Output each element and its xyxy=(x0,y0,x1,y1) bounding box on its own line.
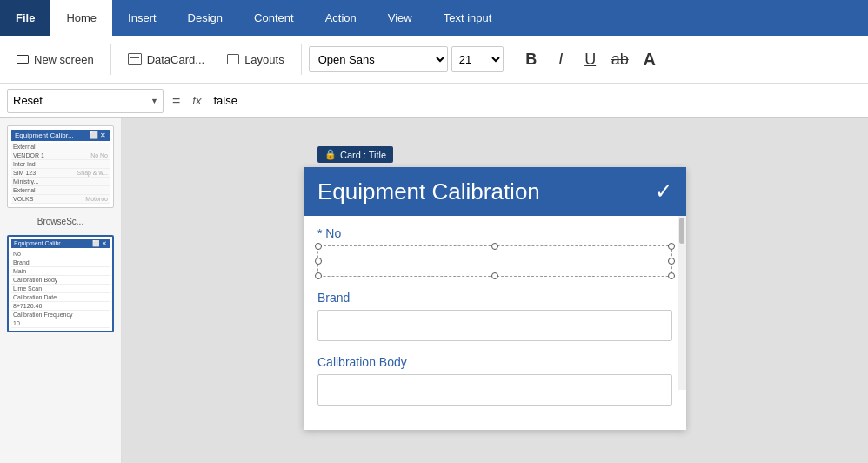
equals-symbol: = xyxy=(169,93,184,109)
menu-item-file[interactable]: File xyxy=(0,0,50,36)
field-label-calibration-body: Calibration Body xyxy=(317,355,672,369)
form-card-body: No Brand xyxy=(304,216,686,430)
menu-item-action[interactable]: Action xyxy=(310,0,372,36)
thumb-row: External xyxy=(11,186,110,195)
strikethrough-button[interactable]: ab xyxy=(607,46,633,72)
layout-icon xyxy=(227,54,239,64)
fx-label: fx xyxy=(189,94,204,107)
menu-item-design[interactable]: Design xyxy=(172,0,238,36)
thumb-row-main: Main xyxy=(11,267,110,276)
menu-item-insert[interactable]: Insert xyxy=(112,0,172,36)
formula-bar: Reset = fx xyxy=(0,84,868,118)
thumb-row-caldate: Calibration Date xyxy=(11,293,110,302)
thumb-row: External xyxy=(11,143,110,151)
menu-item-textinput[interactable]: Text input xyxy=(428,0,508,36)
card-title-badge: 🔒 Card : Title xyxy=(317,146,393,163)
new-screen-label: New screen xyxy=(34,53,94,66)
thumb-row: Ministry... xyxy=(11,178,110,186)
underline-button[interactable]: U xyxy=(578,46,604,72)
thumb-content-1: External VENDOR 1No No Inter Ind SIM 123… xyxy=(11,143,110,204)
handle-tl[interactable] xyxy=(315,243,322,250)
italic-button[interactable]: I xyxy=(548,46,574,72)
toolbar-separator-3 xyxy=(511,44,511,75)
scroll-thumb xyxy=(679,218,684,244)
field-input-calibration-body[interactable] xyxy=(317,374,672,406)
toolbar: New screen DataCard... Layouts Open Sans… xyxy=(0,36,868,84)
thumb-row: Inter Ind xyxy=(11,160,110,169)
handle-tm[interactable] xyxy=(491,243,498,250)
scroll-indicator[interactable] xyxy=(678,216,686,390)
screen-icon xyxy=(17,55,29,64)
thumb-row-10: 10 xyxy=(11,319,110,328)
form-title: Equipment Calibration xyxy=(317,178,655,205)
menu-bar: File Home Insert Design Content Action V… xyxy=(0,0,868,36)
thumb-header-1: Equipment Calibr... ⬜ ✕ xyxy=(11,130,110,141)
layouts-button[interactable]: Layouts xyxy=(217,47,294,72)
thumb-row: SIM 123Snap & w... xyxy=(11,169,110,178)
form-field-brand: Brand xyxy=(317,291,672,341)
toolbar-separator-2 xyxy=(301,44,302,75)
form-check-icon[interactable]: ✓ xyxy=(655,179,672,204)
screen-thumbnail-1[interactable]: Equipment Calibr... ⬜ ✕ External VENDOR … xyxy=(7,125,114,208)
field-label-no: No xyxy=(317,226,672,240)
font-family-select[interactable]: Open Sans xyxy=(309,46,448,72)
property-select[interactable]: Reset xyxy=(7,89,164,113)
form-field-no: No xyxy=(317,226,672,277)
datacard-label: DataCard... xyxy=(147,53,204,66)
handle-bl[interactable] xyxy=(315,272,322,279)
lock-icon: 🔒 xyxy=(324,149,337,160)
text-size-button[interactable]: A xyxy=(637,46,663,72)
bold-button[interactable]: B xyxy=(518,46,544,72)
layouts-label: Layouts xyxy=(244,53,284,66)
menu-item-home[interactable]: Home xyxy=(50,0,112,36)
field-input-brand[interactable] xyxy=(317,310,672,341)
thumb-row-calbody: Calibration Body xyxy=(11,276,110,285)
new-screen-button[interactable]: New screen xyxy=(7,47,103,72)
font-size-select[interactable]: 21 xyxy=(451,46,504,72)
thumb-row-val: 8+7126.46 xyxy=(11,302,110,311)
toolbar-separator-1 xyxy=(110,44,111,75)
handle-bm[interactable] xyxy=(491,272,498,279)
menu-item-content[interactable]: Content xyxy=(238,0,310,36)
card-badge-label: Card : Title xyxy=(340,150,386,160)
datacard-button[interactable]: DataCard... xyxy=(118,47,214,72)
formula-input[interactable] xyxy=(210,89,861,113)
form-card: Equipment Calibration ✓ No xyxy=(304,167,686,430)
thumb-row-brand: Brand xyxy=(11,258,110,267)
handle-tr[interactable] xyxy=(668,243,675,250)
thumb-header-2: Equipment Calibr... ⬜ ✕ xyxy=(11,239,110,248)
thumb-row: VOLKSMotoroo xyxy=(11,195,110,204)
left-panel: Equipment Calibr... ⬜ ✕ External VENDOR … xyxy=(0,118,122,463)
field-input-no-selected[interactable] xyxy=(317,245,672,277)
thumb-row-limescan: Lime Scan xyxy=(11,285,110,293)
thumb-row: VENDOR 1No No xyxy=(11,151,110,160)
thumb-title-2: Equipment Calibr... xyxy=(14,240,65,247)
thumb-icons-1: ⬜ ✕ xyxy=(90,131,106,139)
handle-mr[interactable] xyxy=(668,258,675,265)
property-wrapper: Reset xyxy=(7,89,164,113)
field-label-brand: Brand xyxy=(317,291,672,305)
handle-ml[interactable] xyxy=(315,258,322,265)
form-card-header: Equipment Calibration ✓ xyxy=(304,167,686,216)
form-field-calibration-body: Calibration Body xyxy=(317,355,672,406)
main-content: Equipment Calibr... ⬜ ✕ External VENDOR … xyxy=(0,118,868,463)
menu-item-view[interactable]: View xyxy=(372,0,428,36)
canvas-area[interactable]: ⌄ 🔒 Card : Title Equipment Calibration ✓ xyxy=(122,118,868,463)
screen-label-1: BrowseSc... xyxy=(0,215,121,232)
thumb-row-no: No xyxy=(11,250,110,258)
thumb-icons-2: ⬜ ✕ xyxy=(92,240,107,247)
handle-br[interactable] xyxy=(668,272,675,279)
thumb-row-calfreq: Calibration Frequency xyxy=(11,311,110,319)
thumb-title-1: Equipment Calibr... xyxy=(15,131,74,139)
screen-thumbnail-2[interactable]: Equipment Calibr... ⬜ ✕ No Brand Main Ca… xyxy=(7,235,114,332)
datacard-icon xyxy=(128,53,142,65)
